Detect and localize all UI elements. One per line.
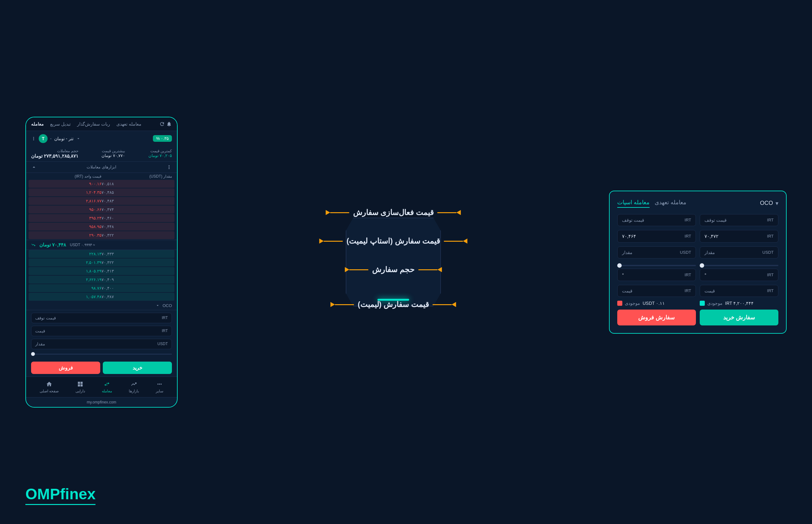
buy-price-group: IRT قیمت xyxy=(700,285,778,297)
stat-volume-label: حجم معاملات xyxy=(31,149,78,153)
label-1: قیمت فعال‌سازی سفارش xyxy=(353,208,434,217)
markets-icon xyxy=(130,381,137,388)
buy-total-row[interactable]: IRT ° xyxy=(700,269,778,281)
chevron-down-icon[interactable] xyxy=(76,136,81,141)
table-row[interactable]: ۷۰,۴۰۰ ۹۸.۷۶ xyxy=(29,284,175,292)
oco-text: OCO xyxy=(760,200,773,207)
sell-limit-price-group: IRT ۷۰,۴۶۴ xyxy=(617,230,696,243)
mobile-tab-quick[interactable]: تبدیل سریع xyxy=(50,121,71,127)
buy-stop-price-row[interactable]: IRT قیمت توقف xyxy=(700,214,778,226)
nav-item-dashboard[interactable]: دارایی xyxy=(76,381,85,393)
buy-slider-thumb xyxy=(700,263,704,268)
buy-price-3: ۲,۶۲۶.۱۹ xyxy=(31,277,101,282)
stat-low-value: ۷۰,۲۰۵ تومان xyxy=(148,153,172,158)
buy-price-currency: IRT xyxy=(767,288,774,293)
nav-more-label: سایر xyxy=(156,389,163,393)
table-row[interactable]: ۷۰,۴۸۵ ۱,۲۰۴.۳۵ xyxy=(29,189,175,196)
table-row[interactable]: ۷۰,۴۴۸ ۹۵۸.۹۵ xyxy=(29,223,175,231)
sell-total-row[interactable]: IRT ° xyxy=(617,269,696,281)
table-row[interactable]: ۷۰,۴۷۴ ۹۵۰.۶۶ xyxy=(29,206,175,213)
mobile-nav-icons xyxy=(159,121,172,127)
mobile-sell-button[interactable]: فروش xyxy=(31,362,100,374)
buy-order-button[interactable]: سفارش خرید xyxy=(700,310,778,325)
label-3: حجم سفارش xyxy=(372,265,415,274)
hexagon xyxy=(346,217,441,307)
oco-label: ▾ OCO xyxy=(760,200,778,207)
chevron-up-icon[interactable] xyxy=(31,164,37,170)
sell-price-label: قیمت xyxy=(622,288,632,293)
mobile-stop-price-row[interactable]: IRT قیمت توقف xyxy=(31,313,172,323)
tab-futures[interactable]: معامله تعهدی xyxy=(655,199,686,208)
sell-limit-price-row[interactable]: IRT ۷۰,۴۶۴ xyxy=(617,230,696,243)
mobile-tab-trade[interactable]: معامله xyxy=(31,121,44,127)
buy-price-2: ۱,۸۰۵.۲۹ xyxy=(31,269,101,274)
arrow-left-4 xyxy=(452,302,456,307)
mobile-tab-futures[interactable]: معامله تعهدی xyxy=(116,121,142,127)
sell-order-button[interactable]: سفارش فروش xyxy=(617,310,696,325)
buy-slider-row[interactable] xyxy=(700,262,778,269)
mobile-buy-sell-btns: خرید فروش xyxy=(26,359,177,377)
mobile-nav-tabs: معامله تعهدی ربات سفارش‌گذار تبدیل سریع … xyxy=(31,121,142,127)
trending-down-icon xyxy=(31,243,35,247)
sell-price-currency: IRT xyxy=(684,288,691,293)
sell-price-row[interactable]: IRT قیمت xyxy=(617,285,696,297)
sell-column: IRT قیمت توقف IRT ۷۰,۴۶۴ USDT مقدا xyxy=(617,214,696,325)
buy-price-row[interactable]: IRT قیمت xyxy=(700,285,778,297)
notification-icon[interactable] xyxy=(166,121,172,127)
orderbook-col-headers: مقدار (USDT) قیمت واحد (IRT) xyxy=(26,173,177,180)
sell-qty-group: USDT مقدار xyxy=(617,246,696,259)
buy-balance-value: ۴,۲۰۰,۴۴۴ IRT xyxy=(725,301,753,306)
arrow-right-4 xyxy=(331,302,335,307)
more-vert-icon[interactable] xyxy=(31,136,36,141)
sell-qty-5: ۷۰,۴۴۸ xyxy=(101,224,172,229)
sell-slider-row[interactable] xyxy=(617,262,696,269)
mobile-slider[interactable] xyxy=(31,352,172,357)
left-trading-panel: ▾ OCO معامله تعهدی معامله اسپات IRT قیمت… xyxy=(609,191,786,334)
table-row[interactable]: ۷۰,۴۲۲ ۲,۵۰۱.۳۹ xyxy=(29,259,175,266)
nav-item-markets[interactable]: بازارها xyxy=(129,381,139,393)
buy-column: IRT قیمت توقف IRT ۷۰,۴۷۲ USDT مقدا xyxy=(700,214,778,325)
table-row[interactable]: ۷۰,۵۱۸ ۹۰۰.۱۶ xyxy=(29,180,175,188)
mobile-tab-bot[interactable]: ربات سفارش‌گذار xyxy=(77,121,110,127)
logo-part-2: in xyxy=(65,486,79,503)
buy-qty-row[interactable]: USDT مقدار xyxy=(700,246,778,259)
nav-item-home[interactable]: صفحه اصلی xyxy=(40,381,59,393)
table-row[interactable]: ۷۰,۴۱۳ ۱,۸۰۵.۲۹ xyxy=(29,267,175,275)
mobile-oco-chevron[interactable] xyxy=(155,303,160,308)
sell-balance-value: ۰.۱۱ USDT xyxy=(643,301,665,306)
tab-spot[interactable]: معامله اسپات xyxy=(617,199,650,208)
mobile-qty-label: مقدار xyxy=(35,342,45,346)
sell-price-6: ۲۹۰.۳۵ xyxy=(31,233,101,238)
mobile-price-label: قیمت xyxy=(35,329,45,333)
sell-stop-price-row[interactable]: IRT قیمت توقف xyxy=(617,214,696,226)
oco-chevron-icon: ▾ xyxy=(776,200,778,207)
buy-limit-price-group: IRT ۷۰,۴۷۲ xyxy=(700,230,778,243)
nav-item-trade[interactable]: معامله xyxy=(102,381,112,393)
table-row[interactable]: ۷۰,۳۸۷ ۱,۰۵۷.۴۸ xyxy=(29,293,175,301)
arrow-shaft-2r xyxy=(324,241,343,242)
options-icon[interactable] xyxy=(166,164,172,170)
mobile-qty-row[interactable]: USDT مقدار xyxy=(31,339,172,349)
mobile-price-row[interactable]: IRT قیمت xyxy=(31,326,172,336)
buy-limit-price-row[interactable]: IRT ۷۰,۴۷۲ xyxy=(700,230,778,243)
mobile-buy-button[interactable]: خرید xyxy=(103,362,172,374)
sell-price-1: ۱,۲۰۴.۳۵ xyxy=(31,190,101,195)
home-icon xyxy=(46,381,53,388)
table-row[interactable]: ۷۰,۴۸۳ ۲,۸۱۶.۷۷ xyxy=(29,197,175,205)
buy-qty-group: USDT مقدار xyxy=(700,246,778,259)
dashboard-icon xyxy=(77,381,84,388)
sell-qty-row[interactable]: USDT مقدار xyxy=(617,246,696,259)
arrow-shaft-2 xyxy=(444,241,463,242)
table-row[interactable]: ۷۰,۴۳۳ ۲۲۸.۱۳ xyxy=(29,250,175,258)
nav-item-more[interactable]: سایر xyxy=(156,381,163,393)
buy-balance-icon xyxy=(700,301,705,306)
logo-part-1: OMPf xyxy=(26,486,65,503)
table-row[interactable]: ۷۰,۴۰۹ ۲,۶۲۶.۱۹ xyxy=(29,276,175,283)
arrow-row-4: قیمت سفارش (لیمیت) xyxy=(331,300,456,309)
buy-price-5: ۱,۰۵۷.۴۸ xyxy=(31,294,101,299)
table-row[interactable]: ۷۰,۴۲۲ ۲۹۰.۳۵ xyxy=(29,231,175,239)
buy-qty-0: ۷۰,۴۳۳ xyxy=(101,251,172,256)
refresh-icon[interactable] xyxy=(159,121,165,127)
more-icon xyxy=(156,381,163,388)
table-row[interactable]: ۷۰,۴۶۰ ۳۹۵.۲۴ xyxy=(29,214,175,222)
